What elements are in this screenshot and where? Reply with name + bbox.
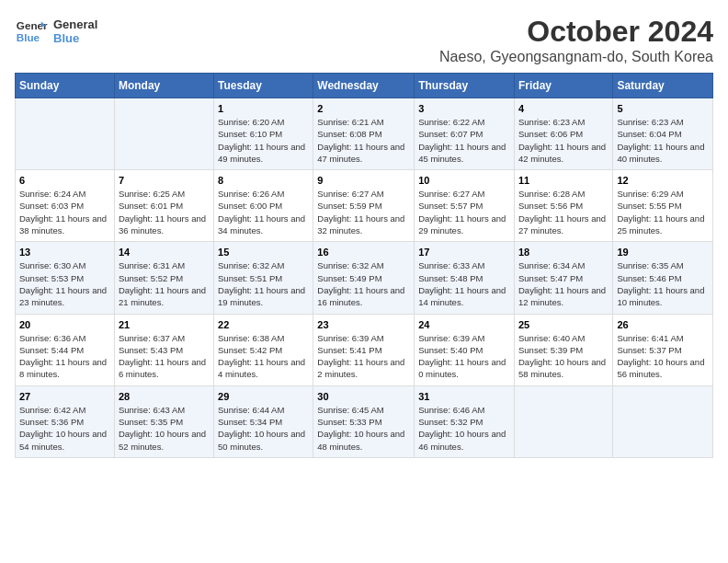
sunset-text: Sunset: 6:07 PM [418,128,510,140]
sunset-text: Sunset: 5:44 PM [19,344,110,356]
sunset-text: Sunset: 5:49 PM [317,272,410,284]
sunset-text: Sunset: 6:03 PM [19,200,110,212]
header-day-thursday: Thursday [415,74,515,98]
calendar-cell [514,385,612,457]
header-day-tuesday: Tuesday [214,74,313,98]
sunrise-text: Sunrise: 6:26 AM [218,188,309,200]
calendar-cell: 1Sunrise: 6:20 AMSunset: 6:10 PMDaylight… [214,98,313,170]
sunrise-text: Sunrise: 6:20 AM [218,116,309,128]
sunrise-text: Sunrise: 6:36 AM [19,332,110,344]
day-detail: Sunrise: 6:32 AMSunset: 5:51 PMDaylight:… [218,259,309,308]
sunset-text: Sunset: 5:36 PM [19,416,110,428]
day-number: 18 [518,247,609,258]
daylight-text: Daylight: 11 hours and 12 minutes. [518,284,609,309]
header-day-monday: Monday [114,74,213,98]
calendar-header-row: SundayMondayTuesdayWednesdayThursdayFrid… [16,74,713,98]
day-detail: Sunrise: 6:35 AMSunset: 5:46 PMDaylight:… [617,259,709,308]
sunset-text: Sunset: 5:43 PM [119,344,210,356]
calendar-cell: 3Sunrise: 6:22 AMSunset: 6:07 PMDaylight… [415,98,515,170]
day-detail: Sunrise: 6:25 AMSunset: 6:01 PMDaylight:… [119,188,210,236]
header: General Blue General Blue October 2024 N… [15,15,713,65]
sunrise-text: Sunrise: 6:43 AM [119,404,210,416]
day-number: 8 [218,175,309,186]
calendar-cell [114,98,213,170]
sunrise-text: Sunrise: 6:24 AM [19,188,110,200]
daylight-text: Daylight: 11 hours and 21 minutes. [119,284,210,309]
calendar-cell: 25Sunrise: 6:40 AMSunset: 5:39 PMDayligh… [514,314,612,385]
sunrise-text: Sunrise: 6:25 AM [119,188,210,200]
calendar-week-row: 27Sunrise: 6:42 AMSunset: 5:36 PMDayligh… [16,385,713,457]
day-number: 9 [317,175,410,186]
logo-line1: General [53,17,97,31]
day-detail: Sunrise: 6:27 AMSunset: 5:59 PMDaylight:… [317,188,410,236]
calendar-cell [613,385,713,457]
day-number: 1 [218,103,309,114]
location-title: Naeso, Gyeongsangnam-do, South Korea [439,49,713,65]
sunset-text: Sunset: 5:39 PM [518,344,609,356]
day-detail: Sunrise: 6:41 AMSunset: 5:37 PMDaylight:… [617,332,709,381]
daylight-text: Daylight: 10 hours and 48 minutes. [317,428,410,453]
day-number: 3 [418,103,510,114]
sunrise-text: Sunrise: 6:22 AM [418,116,510,128]
daylight-text: Daylight: 11 hours and 4 minutes. [218,356,309,381]
day-number: 27 [19,391,110,402]
sunset-text: Sunset: 5:46 PM [617,272,709,284]
day-detail: Sunrise: 6:42 AMSunset: 5:36 PMDaylight:… [19,404,110,453]
sunrise-text: Sunrise: 6:21 AM [317,116,410,128]
day-detail: Sunrise: 6:21 AMSunset: 6:08 PMDaylight:… [317,116,410,165]
day-number: 7 [119,175,210,186]
daylight-text: Daylight: 10 hours and 52 minutes. [119,428,210,453]
daylight-text: Daylight: 11 hours and 23 minutes. [19,284,110,309]
sunrise-text: Sunrise: 6:45 AM [317,404,410,416]
logo-line2: Blue [53,31,97,45]
sunrise-text: Sunrise: 6:44 AM [218,404,309,416]
sunset-text: Sunset: 5:37 PM [617,344,709,356]
day-number: 30 [317,391,410,402]
day-number: 5 [617,103,709,114]
sunrise-text: Sunrise: 6:34 AM [518,259,609,271]
sunset-text: Sunset: 6:01 PM [119,200,210,212]
sunrise-text: Sunrise: 6:28 AM [518,188,609,200]
sunrise-text: Sunrise: 6:32 AM [317,259,410,271]
calendar-cell: 2Sunrise: 6:21 AMSunset: 6:08 PMDaylight… [313,98,415,170]
header-day-sunday: Sunday [16,74,115,98]
day-detail: Sunrise: 6:24 AMSunset: 6:03 PMDaylight:… [19,188,110,236]
daylight-text: Daylight: 11 hours and 2 minutes. [317,356,410,381]
calendar-cell: 12Sunrise: 6:29 AMSunset: 5:55 PMDayligh… [613,170,713,242]
sunrise-text: Sunrise: 6:42 AM [19,404,110,416]
sunrise-text: Sunrise: 6:27 AM [317,188,410,200]
day-number: 13 [19,247,110,258]
daylight-text: Daylight: 11 hours and 8 minutes. [19,356,110,381]
day-number: 11 [518,175,609,186]
sunset-text: Sunset: 5:35 PM [119,416,210,428]
day-detail: Sunrise: 6:37 AMSunset: 5:43 PMDaylight:… [119,332,210,381]
sunrise-text: Sunrise: 6:23 AM [617,116,709,128]
day-detail: Sunrise: 6:26 AMSunset: 6:00 PMDaylight:… [218,188,309,236]
calendar-cell: 27Sunrise: 6:42 AMSunset: 5:36 PMDayligh… [16,385,115,457]
daylight-text: Daylight: 11 hours and 36 minutes. [119,213,210,237]
calendar-cell: 11Sunrise: 6:28 AMSunset: 5:56 PMDayligh… [514,170,612,242]
header-day-wednesday: Wednesday [313,74,415,98]
sunset-text: Sunset: 5:52 PM [119,272,210,284]
day-number: 12 [617,175,709,186]
sunrise-text: Sunrise: 6:30 AM [19,259,110,271]
sunset-text: Sunset: 5:47 PM [518,272,609,284]
daylight-text: Daylight: 11 hours and 19 minutes. [218,284,309,309]
daylight-text: Daylight: 11 hours and 29 minutes. [418,213,510,237]
daylight-text: Daylight: 11 hours and 6 minutes. [119,356,210,381]
day-number: 26 [617,319,709,330]
month-title: October 2024 [439,15,713,49]
sunrise-text: Sunrise: 6:31 AM [119,259,210,271]
daylight-text: Daylight: 11 hours and 25 minutes. [617,213,709,237]
day-detail: Sunrise: 6:32 AMSunset: 5:49 PMDaylight:… [317,259,410,308]
calendar-cell [16,98,115,170]
daylight-text: Daylight: 11 hours and 40 minutes. [617,141,709,166]
calendar-week-row: 13Sunrise: 6:30 AMSunset: 5:53 PMDayligh… [16,242,713,314]
calendar-cell: 20Sunrise: 6:36 AMSunset: 5:44 PMDayligh… [16,314,115,385]
sunrise-text: Sunrise: 6:37 AM [119,332,210,344]
sunset-text: Sunset: 6:06 PM [518,128,609,140]
sunset-text: Sunset: 6:10 PM [218,128,309,140]
calendar-cell: 30Sunrise: 6:45 AMSunset: 5:33 PMDayligh… [313,385,415,457]
calendar-week-row: 20Sunrise: 6:36 AMSunset: 5:44 PMDayligh… [16,314,713,385]
day-detail: Sunrise: 6:30 AMSunset: 5:53 PMDaylight:… [19,259,110,308]
